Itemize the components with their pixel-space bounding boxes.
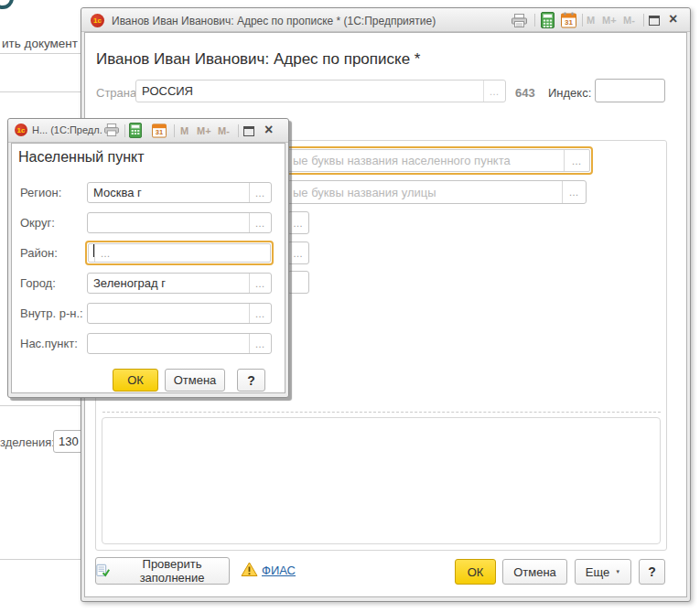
city-field[interactable]: Зеленоград г …	[87, 273, 272, 294]
more-button-label: Еще	[586, 565, 609, 579]
index-field[interactable]	[595, 79, 665, 102]
printer-icon[interactable]	[511, 14, 528, 27]
maximize-icon[interactable]	[649, 16, 660, 26]
city-picker-button[interactable]: …	[249, 274, 271, 293]
apartment-field-fragment[interactable]	[287, 271, 309, 294]
country-code: 643	[515, 86, 535, 100]
close-icon[interactable]: ×	[264, 123, 273, 137]
index-label: Индекс:	[548, 86, 591, 100]
background-document-button[interactable]: ить документ ▼	[2, 37, 88, 50]
calendar-icon[interactable]: 31	[561, 12, 576, 28]
cancel-button[interactable]: Отмена	[165, 369, 225, 392]
district-label: Район:	[20, 246, 58, 260]
address-window-titlebar[interactable]: 1с Иванов Иван Иванович: Адрес по пропис…	[81, 8, 690, 32]
fias-link[interactable]: ФИАС	[262, 564, 296, 577]
inner-district-field[interactable]: …	[87, 303, 272, 324]
help-button[interactable]: ?	[237, 369, 265, 392]
settlement-label: Нас.пункт:	[20, 337, 78, 350]
district-field[interactable]: …	[88, 243, 271, 263]
settlement-dialog-titlebar[interactable]: 1с Н... (1С:Предл. 31 M M+ M- ×	[8, 119, 288, 143]
settlement-dialog-heading: Населенный пункт	[18, 149, 145, 166]
check-document-icon	[96, 564, 110, 578]
region-label: Регион:	[20, 186, 61, 199]
country-value: РОССИЯ	[136, 81, 483, 102]
region-field[interactable]: Москва г …	[87, 182, 272, 203]
titlebar-separator	[534, 14, 535, 27]
cancel-button[interactable]: Отмена	[502, 559, 567, 585]
address-presentation-textarea[interactable]	[102, 417, 661, 544]
check-fill-button-label: Проверить заполнение	[115, 557, 229, 585]
settlement-picker-button[interactable]: …	[249, 334, 271, 353]
okrug-picker-button[interactable]: …	[249, 213, 271, 232]
okrug-value	[88, 213, 249, 232]
city-value: Зеленоград г	[88, 274, 249, 293]
background-document-button-label: ить документ	[2, 37, 78, 50]
memory-m-button[interactable]: M	[587, 15, 595, 26]
svg-text:31: 31	[565, 18, 573, 27]
calculator-icon[interactable]	[541, 12, 555, 28]
locality-picker-button[interactable]: …	[564, 150, 589, 171]
country-picker-button[interactable]: …	[483, 81, 505, 102]
background-divider	[0, 91, 81, 92]
memory-m-button[interactable]: M	[180, 125, 188, 136]
memory-m-plus-button[interactable]: M+	[602, 15, 617, 26]
okrug-label: Округ:	[20, 216, 55, 230]
inner-district-label: Внутр. р-н.:	[20, 306, 83, 320]
house-picker-button[interactable]: …	[287, 211, 309, 234]
region-value: Москва г	[88, 183, 249, 202]
help-button[interactable]: ?	[639, 559, 665, 585]
more-button[interactable]: Еще ▼	[575, 559, 631, 585]
background-logo-arc	[0, 0, 14, 9]
inner-district-value	[88, 304, 249, 323]
memory-m-minus-button[interactable]: M-	[623, 15, 635, 26]
address-separator	[102, 412, 661, 413]
1c-logo-icon: 1с	[15, 123, 27, 136]
settlement-dialog-title: Н... (1С:Предл.	[32, 124, 102, 135]
ok-button[interactable]: ОК	[113, 369, 158, 392]
background-department-label: зделения:	[0, 435, 55, 449]
okrug-field[interactable]: …	[87, 212, 272, 233]
street-picker-button[interactable]: …	[562, 181, 586, 203]
district-field-focus-frame: …	[85, 241, 274, 265]
settlement-field[interactable]: …	[87, 333, 272, 354]
calendar-icon[interactable]: 31	[152, 123, 167, 138]
settlement-value	[88, 334, 249, 353]
calculator-icon[interactable]	[129, 123, 142, 138]
titlebar-separator	[643, 14, 644, 27]
country-label: Страна:	[96, 86, 140, 100]
ok-button[interactable]: ОК	[455, 559, 496, 585]
titlebar-separator	[238, 124, 239, 137]
warning-icon	[241, 562, 258, 577]
svg-text:31: 31	[156, 128, 163, 136]
page-title: Иванов Иван Иванович: Адрес по прописке …	[96, 50, 420, 69]
country-field[interactable]: РОССИЯ …	[135, 80, 506, 102]
background-department-field[interactable]: 130	[53, 430, 84, 453]
check-fill-button[interactable]: Проверить заполнение	[95, 557, 230, 585]
inner-district-picker-button[interactable]: …	[249, 304, 271, 323]
background-divider	[0, 405, 81, 406]
maximize-icon[interactable]	[243, 126, 254, 136]
district-picker-button[interactable]: …	[94, 244, 116, 262]
close-icon[interactable]: ×	[669, 12, 677, 27]
titlebar-separator	[582, 14, 583, 27]
background-divider	[0, 53, 81, 54]
chevron-down-icon: ▼	[615, 569, 620, 574]
settlement-dialog-client	[11, 143, 285, 393]
region-picker-button[interactable]: …	[249, 183, 271, 202]
1c-logo-icon: 1с	[91, 14, 104, 27]
memory-m-minus-button[interactable]: M-	[218, 125, 230, 136]
index-value	[596, 80, 664, 102]
address-window-title: Иванов Иван Иванович: Адрес по прописке …	[112, 15, 436, 27]
printer-icon[interactable]	[103, 123, 120, 136]
building-picker-button[interactable]: …	[287, 242, 309, 264]
titlebar-separator	[124, 124, 125, 137]
background-divider	[0, 559, 81, 560]
memory-m-plus-button[interactable]: M+	[197, 125, 211, 136]
titlebar-separator	[174, 124, 175, 137]
settlement-dialog: 1с Н... (1С:Предл. 31 M M+ M- × На	[7, 118, 289, 398]
city-label: Город:	[20, 276, 56, 290]
